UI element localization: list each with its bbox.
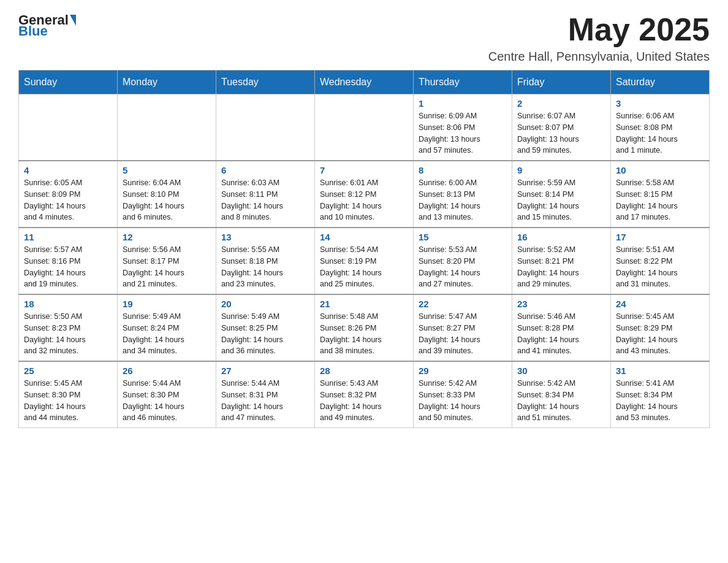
calendar-day-header: Sunday — [19, 71, 118, 94]
logo-blue-text: Blue — [18, 23, 48, 39]
day-number: 12 — [123, 232, 211, 242]
table-row: 3Sunrise: 6:06 AMSunset: 8:08 PMDaylight… — [611, 94, 710, 161]
calendar-day-header: Thursday — [414, 71, 512, 94]
day-number: 15 — [419, 232, 507, 242]
location-title: Centre Hall, Pennsylvania, United States — [488, 50, 710, 64]
day-info: Sunrise: 5:59 AMSunset: 8:14 PMDaylight:… — [517, 177, 605, 223]
table-row: 18Sunrise: 5:50 AMSunset: 8:23 PMDayligh… — [19, 294, 118, 361]
day-number: 11 — [24, 232, 112, 242]
day-info: Sunrise: 5:43 AMSunset: 8:32 PMDaylight:… — [320, 378, 408, 424]
page-header: General Blue May 2025 Centre Hall, Penns… — [18, 12, 710, 64]
day-info: Sunrise: 5:50 AMSunset: 8:23 PMDaylight:… — [24, 311, 112, 357]
day-info: Sunrise: 5:49 AMSunset: 8:25 PMDaylight:… — [221, 311, 309, 357]
day-number: 3 — [616, 98, 704, 109]
month-title: May 2025 — [488, 12, 710, 47]
logo-triangle-icon — [70, 15, 76, 26]
day-info: Sunrise: 5:41 AMSunset: 8:34 PMDaylight:… — [616, 378, 704, 424]
day-number: 23 — [517, 299, 605, 309]
calendar-week-row: 11Sunrise: 5:57 AMSunset: 8:16 PMDayligh… — [19, 228, 710, 294]
day-info: Sunrise: 5:44 AMSunset: 8:30 PMDaylight:… — [123, 378, 211, 424]
day-number: 25 — [24, 366, 112, 376]
table-row — [315, 94, 414, 161]
table-row: 22Sunrise: 5:47 AMSunset: 8:27 PMDayligh… — [414, 294, 512, 361]
day-info: Sunrise: 5:52 AMSunset: 8:21 PMDaylight:… — [517, 244, 605, 290]
table-row: 25Sunrise: 5:45 AMSunset: 8:30 PMDayligh… — [19, 361, 118, 428]
calendar-week-row: 1Sunrise: 6:09 AMSunset: 8:06 PMDaylight… — [19, 94, 710, 161]
day-number: 27 — [221, 366, 309, 376]
day-info: Sunrise: 5:56 AMSunset: 8:17 PMDaylight:… — [123, 244, 211, 290]
table-row: 27Sunrise: 5:44 AMSunset: 8:31 PMDayligh… — [216, 361, 315, 428]
calendar-week-row: 18Sunrise: 5:50 AMSunset: 8:23 PMDayligh… — [19, 294, 710, 361]
table-row — [118, 94, 216, 161]
day-info: Sunrise: 6:00 AMSunset: 8:13 PMDaylight:… — [419, 177, 507, 223]
day-number: 2 — [517, 98, 605, 109]
day-info: Sunrise: 5:53 AMSunset: 8:20 PMDaylight:… — [419, 244, 507, 290]
day-info: Sunrise: 5:55 AMSunset: 8:18 PMDaylight:… — [221, 244, 309, 290]
day-number: 8 — [419, 165, 507, 175]
day-info: Sunrise: 6:07 AMSunset: 8:07 PMDaylight:… — [517, 110, 605, 156]
table-row: 31Sunrise: 5:41 AMSunset: 8:34 PMDayligh… — [611, 361, 710, 428]
calendar-week-row: 25Sunrise: 5:45 AMSunset: 8:30 PMDayligh… — [19, 361, 710, 428]
day-number: 4 — [24, 165, 112, 175]
day-info: Sunrise: 5:45 AMSunset: 8:29 PMDaylight:… — [616, 311, 704, 357]
day-info: Sunrise: 5:57 AMSunset: 8:16 PMDaylight:… — [24, 244, 112, 290]
table-row: 6Sunrise: 6:03 AMSunset: 8:11 PMDaylight… — [216, 161, 315, 228]
table-row: 26Sunrise: 5:44 AMSunset: 8:30 PMDayligh… — [118, 361, 216, 428]
day-number: 14 — [320, 232, 408, 242]
day-number: 26 — [123, 366, 211, 376]
day-number: 19 — [123, 299, 211, 309]
table-row: 28Sunrise: 5:43 AMSunset: 8:32 PMDayligh… — [315, 361, 414, 428]
table-row: 9Sunrise: 5:59 AMSunset: 8:14 PMDaylight… — [512, 161, 611, 228]
table-row: 11Sunrise: 5:57 AMSunset: 8:16 PMDayligh… — [19, 228, 118, 294]
table-row: 5Sunrise: 6:04 AMSunset: 8:10 PMDaylight… — [118, 161, 216, 228]
day-number: 24 — [616, 299, 704, 309]
day-info: Sunrise: 5:46 AMSunset: 8:28 PMDaylight:… — [517, 311, 605, 357]
logo: General Blue — [18, 12, 77, 39]
day-number: 1 — [419, 98, 507, 109]
day-info: Sunrise: 5:58 AMSunset: 8:15 PMDaylight:… — [616, 177, 704, 223]
table-row: 2Sunrise: 6:07 AMSunset: 8:07 PMDaylight… — [512, 94, 611, 161]
day-info: Sunrise: 6:03 AMSunset: 8:11 PMDaylight:… — [221, 177, 309, 223]
day-number: 20 — [221, 299, 309, 309]
day-number: 10 — [616, 165, 704, 175]
table-row: 29Sunrise: 5:42 AMSunset: 8:33 PMDayligh… — [414, 361, 512, 428]
day-info: Sunrise: 6:04 AMSunset: 8:10 PMDaylight:… — [123, 177, 211, 223]
day-info: Sunrise: 5:48 AMSunset: 8:26 PMDaylight:… — [320, 311, 408, 357]
table-row: 12Sunrise: 5:56 AMSunset: 8:17 PMDayligh… — [118, 228, 216, 294]
calendar-day-header: Monday — [118, 71, 216, 94]
day-info: Sunrise: 6:01 AMSunset: 8:12 PMDaylight:… — [320, 177, 408, 223]
day-number: 7 — [320, 165, 408, 175]
day-info: Sunrise: 5:44 AMSunset: 8:31 PMDaylight:… — [221, 378, 309, 424]
table-row: 24Sunrise: 5:45 AMSunset: 8:29 PMDayligh… — [611, 294, 710, 361]
calendar-day-header: Wednesday — [315, 71, 414, 94]
table-row: 21Sunrise: 5:48 AMSunset: 8:26 PMDayligh… — [315, 294, 414, 361]
table-row: 17Sunrise: 5:51 AMSunset: 8:22 PMDayligh… — [611, 228, 710, 294]
day-number: 17 — [616, 232, 704, 242]
calendar-header-row: SundayMondayTuesdayWednesdayThursdayFrid… — [19, 71, 710, 94]
table-row: 19Sunrise: 5:49 AMSunset: 8:24 PMDayligh… — [118, 294, 216, 361]
table-row: 20Sunrise: 5:49 AMSunset: 8:25 PMDayligh… — [216, 294, 315, 361]
table-row: 7Sunrise: 6:01 AMSunset: 8:12 PMDaylight… — [315, 161, 414, 228]
table-row: 16Sunrise: 5:52 AMSunset: 8:21 PMDayligh… — [512, 228, 611, 294]
day-info: Sunrise: 5:42 AMSunset: 8:33 PMDaylight:… — [419, 378, 507, 424]
day-info: Sunrise: 5:54 AMSunset: 8:19 PMDaylight:… — [320, 244, 408, 290]
calendar-day-header: Friday — [512, 71, 611, 94]
calendar-day-header: Saturday — [611, 71, 710, 94]
day-info: Sunrise: 5:47 AMSunset: 8:27 PMDaylight:… — [419, 311, 507, 357]
day-number: 5 — [123, 165, 211, 175]
day-info: Sunrise: 6:05 AMSunset: 8:09 PMDaylight:… — [24, 177, 112, 223]
calendar-week-row: 4Sunrise: 6:05 AMSunset: 8:09 PMDaylight… — [19, 161, 710, 228]
day-number: 13 — [221, 232, 309, 242]
day-number: 22 — [419, 299, 507, 309]
table-row: 14Sunrise: 5:54 AMSunset: 8:19 PMDayligh… — [315, 228, 414, 294]
day-info: Sunrise: 5:49 AMSunset: 8:24 PMDaylight:… — [123, 311, 211, 357]
day-number: 29 — [419, 366, 507, 376]
table-row: 8Sunrise: 6:00 AMSunset: 8:13 PMDaylight… — [414, 161, 512, 228]
day-number: 18 — [24, 299, 112, 309]
calendar-table: SundayMondayTuesdayWednesdayThursdayFrid… — [18, 70, 710, 428]
table-row — [19, 94, 118, 161]
table-row: 1Sunrise: 6:09 AMSunset: 8:06 PMDaylight… — [414, 94, 512, 161]
title-area: May 2025 Centre Hall, Pennsylvania, Unit… — [488, 12, 710, 64]
day-number: 31 — [616, 366, 704, 376]
day-number: 28 — [320, 366, 408, 376]
